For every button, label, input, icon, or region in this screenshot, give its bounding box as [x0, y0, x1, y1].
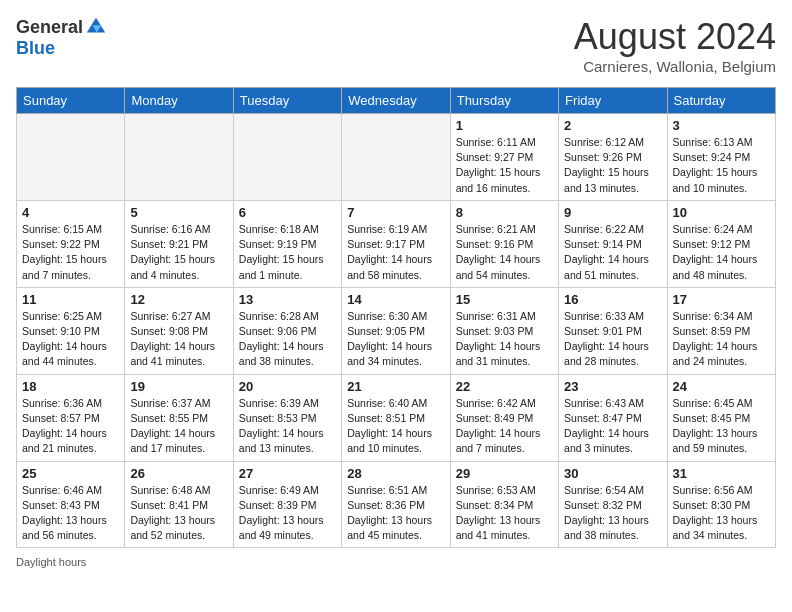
day-number: 23: [564, 379, 661, 394]
calendar-col-header: Saturday: [667, 88, 775, 114]
calendar-day-cell: 17Sunrise: 6:34 AM Sunset: 8:59 PM Dayli…: [667, 287, 775, 374]
day-number: 2: [564, 118, 661, 133]
day-info: Sunrise: 6:51 AM Sunset: 8:36 PM Dayligh…: [347, 483, 444, 544]
day-number: 4: [22, 205, 119, 220]
day-info: Sunrise: 6:33 AM Sunset: 9:01 PM Dayligh…: [564, 309, 661, 370]
calendar-week-row: 1Sunrise: 6:11 AM Sunset: 9:27 PM Daylig…: [17, 114, 776, 201]
day-number: 11: [22, 292, 119, 307]
calendar-day-cell: 5Sunrise: 6:16 AM Sunset: 9:21 PM Daylig…: [125, 200, 233, 287]
day-number: 1: [456, 118, 553, 133]
calendar-day-cell: [342, 114, 450, 201]
day-number: 9: [564, 205, 661, 220]
calendar-day-cell: 12Sunrise: 6:27 AM Sunset: 9:08 PM Dayli…: [125, 287, 233, 374]
day-info: Sunrise: 6:43 AM Sunset: 8:47 PM Dayligh…: [564, 396, 661, 457]
calendar-week-row: 11Sunrise: 6:25 AM Sunset: 9:10 PM Dayli…: [17, 287, 776, 374]
logo-text: General: [16, 16, 107, 38]
calendar-day-cell: 4Sunrise: 6:15 AM Sunset: 9:22 PM Daylig…: [17, 200, 125, 287]
calendar-day-cell: [17, 114, 125, 201]
calendar-day-cell: 2Sunrise: 6:12 AM Sunset: 9:26 PM Daylig…: [559, 114, 667, 201]
day-number: 28: [347, 466, 444, 481]
day-number: 27: [239, 466, 336, 481]
day-number: 21: [347, 379, 444, 394]
day-info: Sunrise: 6:56 AM Sunset: 8:30 PM Dayligh…: [673, 483, 770, 544]
daylight-hours-label: Daylight hours: [16, 556, 86, 568]
day-number: 3: [673, 118, 770, 133]
day-info: Sunrise: 6:18 AM Sunset: 9:19 PM Dayligh…: [239, 222, 336, 283]
footer: Daylight hours: [16, 556, 776, 568]
day-number: 12: [130, 292, 227, 307]
logo-icon: [85, 16, 107, 38]
calendar-day-cell: 7Sunrise: 6:19 AM Sunset: 9:17 PM Daylig…: [342, 200, 450, 287]
day-info: Sunrise: 6:48 AM Sunset: 8:41 PM Dayligh…: [130, 483, 227, 544]
calendar-day-cell: 25Sunrise: 6:46 AM Sunset: 8:43 PM Dayli…: [17, 461, 125, 548]
calendar-day-cell: 15Sunrise: 6:31 AM Sunset: 9:03 PM Dayli…: [450, 287, 558, 374]
calendar-col-header: Friday: [559, 88, 667, 114]
day-number: 25: [22, 466, 119, 481]
day-number: 26: [130, 466, 227, 481]
page: General Blue August 2024 Carnieres, Wall…: [0, 0, 792, 578]
day-number: 22: [456, 379, 553, 394]
calendar-col-header: Tuesday: [233, 88, 341, 114]
calendar-day-cell: 26Sunrise: 6:48 AM Sunset: 8:41 PM Dayli…: [125, 461, 233, 548]
calendar-day-cell: [125, 114, 233, 201]
calendar-day-cell: 19Sunrise: 6:37 AM Sunset: 8:55 PM Dayli…: [125, 374, 233, 461]
logo-general: General: [16, 17, 83, 38]
calendar-day-cell: 6Sunrise: 6:18 AM Sunset: 9:19 PM Daylig…: [233, 200, 341, 287]
day-info: Sunrise: 6:21 AM Sunset: 9:16 PM Dayligh…: [456, 222, 553, 283]
day-number: 30: [564, 466, 661, 481]
calendar-day-cell: 21Sunrise: 6:40 AM Sunset: 8:51 PM Dayli…: [342, 374, 450, 461]
calendar-header-row: SundayMondayTuesdayWednesdayThursdayFrid…: [17, 88, 776, 114]
day-info: Sunrise: 6:54 AM Sunset: 8:32 PM Dayligh…: [564, 483, 661, 544]
calendar-day-cell: 8Sunrise: 6:21 AM Sunset: 9:16 PM Daylig…: [450, 200, 558, 287]
day-number: 10: [673, 205, 770, 220]
calendar-day-cell: 10Sunrise: 6:24 AM Sunset: 9:12 PM Dayli…: [667, 200, 775, 287]
day-number: 17: [673, 292, 770, 307]
calendar-day-cell: 28Sunrise: 6:51 AM Sunset: 8:36 PM Dayli…: [342, 461, 450, 548]
day-info: Sunrise: 6:49 AM Sunset: 8:39 PM Dayligh…: [239, 483, 336, 544]
day-info: Sunrise: 6:37 AM Sunset: 8:55 PM Dayligh…: [130, 396, 227, 457]
day-info: Sunrise: 6:53 AM Sunset: 8:34 PM Dayligh…: [456, 483, 553, 544]
day-number: 14: [347, 292, 444, 307]
day-number: 6: [239, 205, 336, 220]
day-info: Sunrise: 6:34 AM Sunset: 8:59 PM Dayligh…: [673, 309, 770, 370]
calendar-day-cell: 14Sunrise: 6:30 AM Sunset: 9:05 PM Dayli…: [342, 287, 450, 374]
calendar-day-cell: 18Sunrise: 6:36 AM Sunset: 8:57 PM Dayli…: [17, 374, 125, 461]
day-number: 8: [456, 205, 553, 220]
day-number: 7: [347, 205, 444, 220]
calendar-day-cell: 1Sunrise: 6:11 AM Sunset: 9:27 PM Daylig…: [450, 114, 558, 201]
calendar-col-header: Thursday: [450, 88, 558, 114]
day-info: Sunrise: 6:15 AM Sunset: 9:22 PM Dayligh…: [22, 222, 119, 283]
day-number: 18: [22, 379, 119, 394]
calendar-day-cell: 29Sunrise: 6:53 AM Sunset: 8:34 PM Dayli…: [450, 461, 558, 548]
day-number: 5: [130, 205, 227, 220]
day-number: 13: [239, 292, 336, 307]
day-info: Sunrise: 6:19 AM Sunset: 9:17 PM Dayligh…: [347, 222, 444, 283]
logo: General Blue: [16, 16, 107, 59]
day-info: Sunrise: 6:13 AM Sunset: 9:24 PM Dayligh…: [673, 135, 770, 196]
logo-blue: Blue: [16, 38, 55, 59]
calendar-table: SundayMondayTuesdayWednesdayThursdayFrid…: [16, 87, 776, 548]
day-number: 24: [673, 379, 770, 394]
day-info: Sunrise: 6:22 AM Sunset: 9:14 PM Dayligh…: [564, 222, 661, 283]
day-info: Sunrise: 6:39 AM Sunset: 8:53 PM Dayligh…: [239, 396, 336, 457]
day-info: Sunrise: 6:16 AM Sunset: 9:21 PM Dayligh…: [130, 222, 227, 283]
calendar-day-cell: 31Sunrise: 6:56 AM Sunset: 8:30 PM Dayli…: [667, 461, 775, 548]
day-info: Sunrise: 6:11 AM Sunset: 9:27 PM Dayligh…: [456, 135, 553, 196]
location-subtitle: Carnieres, Wallonia, Belgium: [574, 58, 776, 75]
calendar-day-cell: 9Sunrise: 6:22 AM Sunset: 9:14 PM Daylig…: [559, 200, 667, 287]
title-block: August 2024 Carnieres, Wallonia, Belgium: [574, 16, 776, 75]
calendar-day-cell: 16Sunrise: 6:33 AM Sunset: 9:01 PM Dayli…: [559, 287, 667, 374]
day-number: 19: [130, 379, 227, 394]
calendar-day-cell: 20Sunrise: 6:39 AM Sunset: 8:53 PM Dayli…: [233, 374, 341, 461]
calendar-day-cell: 30Sunrise: 6:54 AM Sunset: 8:32 PM Dayli…: [559, 461, 667, 548]
day-number: 16: [564, 292, 661, 307]
day-info: Sunrise: 6:25 AM Sunset: 9:10 PM Dayligh…: [22, 309, 119, 370]
calendar-day-cell: 27Sunrise: 6:49 AM Sunset: 8:39 PM Dayli…: [233, 461, 341, 548]
calendar-day-cell: 22Sunrise: 6:42 AM Sunset: 8:49 PM Dayli…: [450, 374, 558, 461]
calendar-week-row: 18Sunrise: 6:36 AM Sunset: 8:57 PM Dayli…: [17, 374, 776, 461]
calendar-day-cell: 3Sunrise: 6:13 AM Sunset: 9:24 PM Daylig…: [667, 114, 775, 201]
day-info: Sunrise: 6:30 AM Sunset: 9:05 PM Dayligh…: [347, 309, 444, 370]
day-info: Sunrise: 6:45 AM Sunset: 8:45 PM Dayligh…: [673, 396, 770, 457]
day-number: 20: [239, 379, 336, 394]
day-info: Sunrise: 6:42 AM Sunset: 8:49 PM Dayligh…: [456, 396, 553, 457]
